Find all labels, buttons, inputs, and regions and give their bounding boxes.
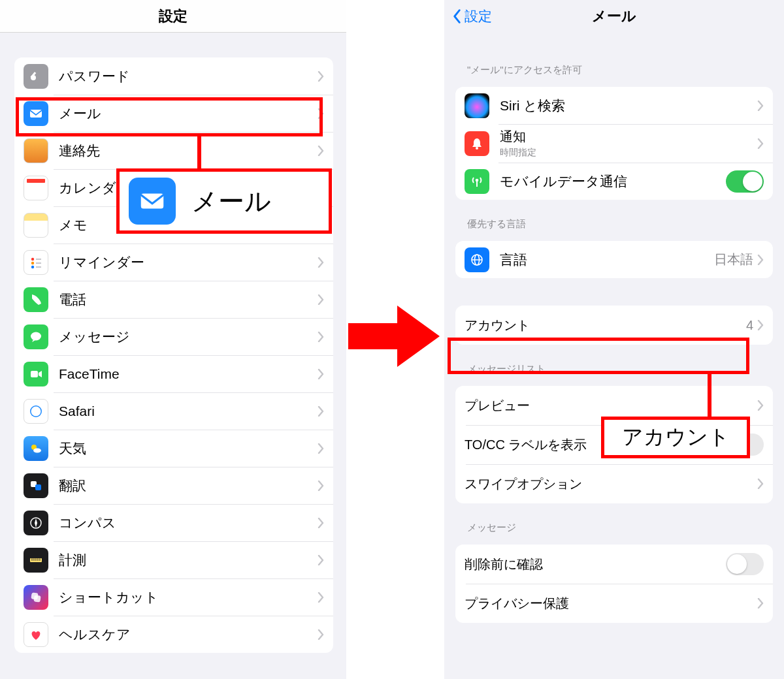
svg-point-27 [476, 178, 479, 182]
chevron-icon [757, 598, 764, 608]
reminders-icon [24, 250, 48, 275]
row-privacy[interactable]: プライバシー保護 [455, 584, 773, 623]
chevron-icon [318, 443, 324, 454]
svg-rect-25 [33, 595, 41, 602]
chevron-icon [318, 406, 324, 417]
messages-icon [24, 324, 48, 349]
row-label: パスワード [59, 67, 318, 86]
row-translate[interactable]: 翻訳 [14, 467, 333, 504]
mail-icon [24, 101, 48, 126]
svg-point-12 [31, 406, 41, 416]
health-icon [24, 622, 48, 647]
chevron-icon [318, 257, 324, 268]
arrow-icon [345, 300, 443, 372]
svg-rect-16 [35, 484, 41, 490]
settings-screen: 設定 パスワード メール 連絡先 カレンダー [0, 0, 346, 679]
back-button[interactable]: 設定 [452, 0, 492, 33]
svg-point-26 [476, 147, 478, 150]
phone-icon [24, 287, 48, 312]
chevron-icon [318, 183, 324, 193]
chevron-icon [757, 479, 764, 489]
chevron-icon [318, 369, 324, 379]
row-facetime[interactable]: FaceTime [14, 355, 333, 392]
row-cellular[interactable]: モバイルデータ通信 [455, 163, 773, 200]
siri-icon [465, 93, 489, 118]
highlight-connector [197, 133, 201, 168]
row-label: 通知 [500, 128, 757, 146]
row-confirm-delete[interactable]: 削除前に確認 [455, 545, 773, 584]
highlight-connector [708, 371, 711, 417]
row-label: TO/CC ラベルを表示 [465, 436, 726, 454]
svg-point-5 [31, 265, 34, 268]
svg-point-9 [31, 332, 41, 340]
row-notes[interactable]: メモ [14, 206, 333, 244]
nav-bar: 設定 メール [444, 0, 784, 33]
svg-point-14 [33, 448, 41, 452]
mail-settings-screen: 設定 メール "メール"にアクセスを許可 Siri と検索 通知 時間指定 モバ… [444, 0, 784, 679]
row-value: 日本語 [714, 251, 753, 268]
row-compass[interactable]: コンパス [14, 504, 333, 541]
confirm-toggle[interactable] [726, 553, 764, 575]
chevron-icon [757, 320, 764, 330]
contacts-icon [24, 138, 48, 163]
chevron-icon [318, 481, 324, 491]
row-label: コンパス [59, 514, 318, 532]
chevron-icon [757, 255, 764, 265]
chevron-icon [318, 555, 324, 565]
chevron-icon [318, 629, 324, 640]
row-reminders[interactable]: リマインダー [14, 244, 333, 281]
row-safari[interactable]: Safari [14, 392, 333, 430]
chevron-icon [757, 101, 764, 111]
nav-title: 設定 [159, 7, 188, 26]
row-contacts[interactable]: 連絡先 [14, 132, 333, 169]
row-preview[interactable]: プレビュー [455, 386, 773, 425]
cellular-toggle[interactable] [726, 170, 764, 193]
row-messages[interactable]: メッセージ [14, 318, 333, 355]
row-account[interactable]: アカウント 4 [455, 306, 773, 345]
row-label: 連絡先 [59, 142, 318, 160]
row-measure[interactable]: 計測 [14, 541, 333, 578]
safari-icon [24, 399, 48, 424]
row-notifications[interactable]: 通知 時間指定 [455, 124, 773, 163]
chevron-icon [318, 108, 324, 119]
row-label: モバイルデータ通信 [500, 172, 726, 191]
row-phone[interactable]: 電話 [14, 281, 333, 318]
row-tocc[interactable]: TO/CC ラベルを表示 [455, 425, 773, 464]
measure-icon [24, 548, 48, 573]
row-mail[interactable]: メール [14, 95, 333, 132]
svg-point-3 [31, 257, 34, 260]
chevron-icon [318, 71, 324, 82]
row-passwords[interactable]: パスワード [14, 57, 333, 95]
back-label: 設定 [465, 7, 492, 25]
calendar-icon [24, 176, 48, 200]
row-swipe[interactable]: スワイプオプション [455, 464, 773, 503]
key-icon [24, 64, 48, 89]
row-shortcuts[interactable]: ショートカット [14, 578, 333, 616]
notes-icon [24, 213, 48, 238]
row-weather[interactable]: 天気 [14, 430, 333, 467]
row-language[interactable]: 言語 日本語 [455, 241, 773, 278]
row-siri[interactable]: Siri と検索 [455, 87, 773, 124]
row-health[interactable]: ヘルスケア [14, 616, 333, 653]
tocc-toggle[interactable] [726, 434, 764, 456]
translate-icon [24, 473, 48, 498]
row-label: メール [59, 104, 318, 123]
svg-point-4 [31, 261, 34, 264]
row-label: アカウント [465, 317, 746, 334]
svg-rect-10 [31, 371, 38, 377]
row-value: 4 [746, 318, 753, 333]
chevron-icon [318, 592, 324, 603]
bell-icon [465, 131, 489, 156]
chevron-icon [757, 138, 764, 149]
group-msg: 削除前に確認 プライバシー保護 [455, 545, 773, 623]
row-label: リマインダー [59, 253, 318, 272]
row-label: 言語 [500, 251, 714, 269]
row-calendar[interactable]: カレンダー [14, 169, 333, 206]
row-label: プレビュー [465, 397, 757, 415]
group-language: 言語 日本語 [455, 241, 773, 278]
section-header-msg: メッセージ [455, 522, 773, 539]
nav-bar: 設定 [0, 0, 346, 33]
antenna-icon [465, 169, 489, 194]
section-header-access: "メール"にアクセスを許可 [455, 64, 773, 82]
chevron-icon [757, 400, 764, 411]
